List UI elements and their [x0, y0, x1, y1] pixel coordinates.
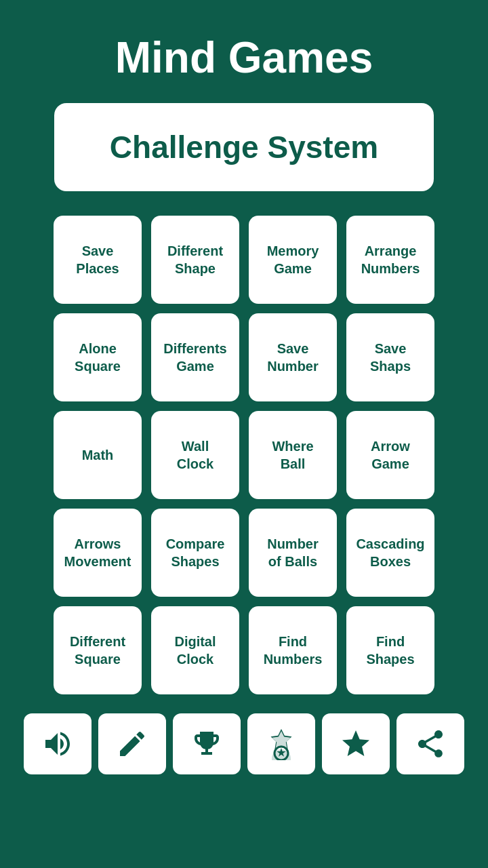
- tile-save-number[interactable]: Save Number: [249, 313, 337, 401]
- tile-different-shape[interactable]: Different Shape: [151, 216, 239, 304]
- trophy-button[interactable]: [173, 713, 241, 774]
- share-button[interactable]: [396, 713, 464, 774]
- star-button[interactable]: [322, 713, 390, 774]
- pen-button[interactable]: [98, 713, 166, 774]
- tile-where-ball[interactable]: Where Ball: [249, 411, 337, 499]
- tile-find-shapes[interactable]: Find Shapes: [346, 606, 434, 694]
- challenge-title: Challenge System: [81, 129, 407, 165]
- tile-cascading-boxes[interactable]: Cascading Boxes: [346, 509, 434, 597]
- tile-math[interactable]: Math: [54, 411, 142, 499]
- game-grid: Save PlacesDifferent ShapeMemory GameArr…: [54, 216, 434, 694]
- tile-compare-shapes[interactable]: Compare Shapes: [151, 509, 239, 597]
- tile-differents-game[interactable]: Differents Game: [151, 313, 239, 401]
- tile-arrows-movement[interactable]: Arrows Movement: [54, 509, 142, 597]
- tile-number-of-balls[interactable]: Number of Balls: [249, 509, 337, 597]
- tile-alone-square[interactable]: Alone Square: [54, 313, 142, 401]
- challenge-banner: Challenge System: [54, 103, 434, 191]
- tile-digital-clock[interactable]: Digital Clock: [151, 606, 239, 694]
- sound-button[interactable]: [24, 713, 92, 774]
- badge-button[interactable]: [247, 713, 315, 774]
- tile-different-square[interactable]: Different Square: [54, 606, 142, 694]
- tile-save-places[interactable]: Save Places: [54, 216, 142, 304]
- tile-wall-clock[interactable]: Wall Clock: [151, 411, 239, 499]
- app-title: Mind Games: [115, 33, 373, 83]
- bottom-bar: [24, 713, 464, 774]
- tile-arrange-numbers[interactable]: Arrange Numbers: [346, 216, 434, 304]
- tile-arrow-game[interactable]: Arrow Game: [346, 411, 434, 499]
- tile-memory-game[interactable]: Memory Game: [249, 216, 337, 304]
- tile-save-shaps[interactable]: Save Shaps: [346, 313, 434, 401]
- tile-find-numbers[interactable]: Find Numbers: [249, 606, 337, 694]
